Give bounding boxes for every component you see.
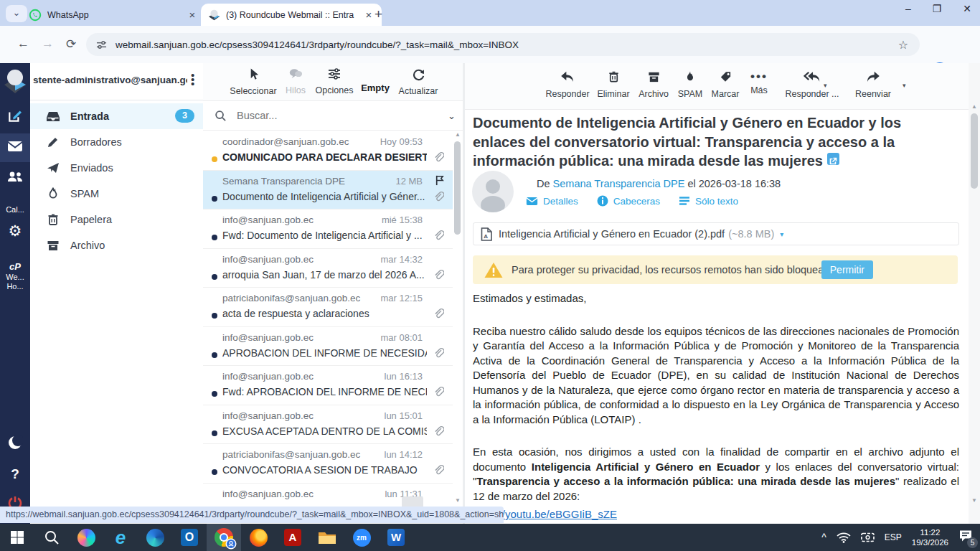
taskbar-firefox-button[interactable] [241, 524, 275, 551]
rail-contacts-button[interactable] [0, 169, 30, 187]
site-settings-icon[interactable] [96, 39, 107, 50]
search-input[interactable] [235, 109, 448, 122]
rail-mail-button[interactable] [0, 133, 30, 162]
zoom-icon: zm [353, 529, 371, 547]
scroll-down-icon[interactable]: ▼ [971, 497, 977, 504]
message-row[interactable]: coordinador@sanjuan.gob.ec Hoy 09:53 COM… [203, 131, 453, 171]
new-tab-button[interactable]: + [374, 6, 382, 22]
sidebar-item-entrada[interactable]: Entrada 3 [30, 103, 203, 129]
cpanel-logo[interactable]: cP [0, 261, 30, 272]
headers-link[interactable]: Cabeceras [597, 195, 660, 207]
options-button[interactable]: Opciones [312, 67, 357, 95]
wifi-icon[interactable] [837, 532, 851, 543]
help-button[interactable]: ? [0, 466, 30, 482]
list-scroll-thumb[interactable] [454, 141, 461, 235]
outlook-icon: O [181, 529, 198, 546]
scroll-down-icon[interactable]: ▼ [455, 497, 461, 504]
sidebar-item-borradores[interactable]: Borradores [30, 129, 203, 155]
start-button[interactable] [0, 524, 34, 551]
archive-button[interactable]: Archivo [633, 70, 674, 99]
mark-button[interactable]: Marcar [706, 70, 745, 99]
taskbar-search-button[interactable] [34, 524, 69, 551]
tab-close-icon[interactable]: × [187, 10, 198, 20]
message-row[interactable]: patriciabonifas@sanjuan.gob.ec lun 14:12… [203, 444, 453, 484]
message-row[interactable]: Semana Transparencia DPE 12 MB Documento… [203, 171, 453, 210]
sidebar-item-archivo[interactable]: Archivo [30, 232, 203, 258]
compose-button[interactable] [0, 108, 30, 126]
refresh-icon [412, 67, 425, 81]
scroll-up-icon[interactable]: ▲ [971, 103, 977, 110]
attachment-row[interactable]: A Inteligencia Artificial y Género en Ec… [473, 222, 959, 245]
viewer-scroll-thumb[interactable] [971, 113, 978, 189]
taskbar-explorer-button[interactable] [310, 524, 344, 551]
search-bar[interactable]: ⌄ [203, 100, 463, 131]
forward-button[interactable]: Reenviar [848, 70, 898, 99]
message-row[interactable]: info@sanjuan.gob.ec mié 15:38 Fwd: Docum… [203, 209, 453, 249]
window-restore-button[interactable]: ❐ [933, 3, 942, 14]
forward-button[interactable]: → [42, 37, 54, 51]
rail-calendar-label[interactable]: Cal... [0, 205, 30, 215]
reply-dropdown-caret-icon[interactable]: ▾ [824, 82, 827, 89]
rail-settings-button[interactable]: ⚙ [0, 222, 30, 240]
taskbar-chrome-button[interactable] [207, 524, 241, 551]
scroll-up-icon[interactable]: ▲ [455, 131, 461, 138]
message-row[interactable]: info@sanjuan.gob.ec mar 08:01 APROBACION… [203, 327, 453, 367]
more-button[interactable]: ••• Más [743, 70, 775, 95]
display-icon[interactable] [861, 532, 875, 543]
ie-icon: e [116, 529, 126, 547]
sidebar-item-enviados[interactable]: Enviados [30, 155, 203, 181]
spam-button[interactable]: SPAM [673, 70, 707, 99]
tab-whatsapp[interactable]: WhatsApp × [22, 4, 205, 26]
sidebar-item-spam[interactable]: SPAM [30, 181, 203, 207]
refresh-button[interactable]: Actualizar [392, 67, 444, 96]
message-row[interactable]: info@sanjuan.gob.ec lun 16:13 Fwd: APROB… [203, 366, 453, 405]
notification-button[interactable]: 5 [958, 529, 973, 545]
sender-link[interactable]: Semana Transparencia DPE [553, 178, 685, 189]
taskbar-ie-button[interactable]: e [103, 524, 138, 551]
address-bar[interactable]: webmail.sanjuan.gob.ec/cpsess3094124641/… [86, 33, 920, 56]
back-button[interactable]: ← [17, 37, 29, 51]
tray-expand-icon[interactable]: ^ [821, 532, 826, 543]
account-menu-icon[interactable]: ••• [191, 73, 194, 86]
reload-button[interactable]: ⟳ [66, 37, 76, 52]
reply-list-button[interactable]: Responder ... [779, 70, 845, 99]
rail-webmail-home-label[interactable]: We...Ho... [0, 273, 30, 291]
search-options-chevron-icon[interactable]: ⌄ [448, 110, 456, 121]
taskbar-copilot-button[interactable] [69, 524, 103, 551]
sidebar-item-papelera[interactable]: Papelera [30, 207, 203, 232]
message-row[interactable]: info@sanjuan.gob.ec lun 15:01 EXCUSA ACE… [203, 405, 453, 445]
flag-icon[interactable] [433, 174, 446, 187]
message-row[interactable]: info@sanjuan.gob.ec mar 14:32 arroquia S… [203, 249, 453, 288]
taskbar-word-button[interactable]: W [379, 524, 413, 551]
select-button[interactable]: Seleccionar [225, 67, 282, 96]
language-indicator[interactable]: ESP [885, 532, 902, 542]
taskbar-edge-button[interactable] [138, 524, 172, 551]
archive-icon [647, 70, 661, 84]
dark-mode-button[interactable] [0, 435, 30, 453]
taskbar-zoom-button[interactable]: zm [344, 524, 379, 551]
tab-close-icon[interactable]: × [363, 10, 374, 20]
bookmark-star-icon[interactable]: ☆ [898, 38, 908, 52]
delete-button[interactable]: Eliminar [591, 70, 636, 99]
taskbar-outlook-button[interactable]: O [172, 524, 207, 551]
taskbar-acrobat-button[interactable]: A [275, 524, 310, 551]
message-row[interactable]: patriciabonifas@sanjuan.gob.ec mar 12:15… [203, 288, 453, 327]
message-subject: EXCUSA ACEPTADA DENTRO DE LA COMIS... [222, 425, 427, 437]
empty-button[interactable]: Empty [358, 80, 392, 93]
threads-button[interactable]: Hilos [281, 67, 311, 95]
attachment-caret-icon[interactable]: ▾ [780, 230, 783, 238]
window-close-button[interactable]: ✕ [963, 3, 971, 14]
forward-dropdown-caret-icon[interactable]: ▾ [903, 82, 906, 89]
details-link[interactable]: Detalles [526, 196, 578, 207]
plaintext-link[interactable]: Sólo texto [679, 196, 738, 207]
taskbar-clock[interactable]: 11:22 19/3/2026 [912, 527, 948, 547]
viewer-scrollbar[interactable]: ▲ ▼ [969, 63, 980, 524]
reply-button[interactable]: Responder [540, 70, 595, 99]
window-minimize-button[interactable]: – [905, 3, 911, 14]
tab-roundcube[interactable]: (3) Roundcube Webmail :: Entra × [201, 4, 382, 26]
allow-button[interactable]: Permitir [821, 260, 873, 279]
external-link-icon[interactable] [827, 153, 839, 165]
list-scrollbar[interactable]: ▲ ▼ [453, 131, 462, 522]
message-sender: info@sanjuan.gob.ec [222, 371, 380, 382]
message-subject: APROBACION DEL INFORME DE NECESIDA... [222, 347, 427, 359]
